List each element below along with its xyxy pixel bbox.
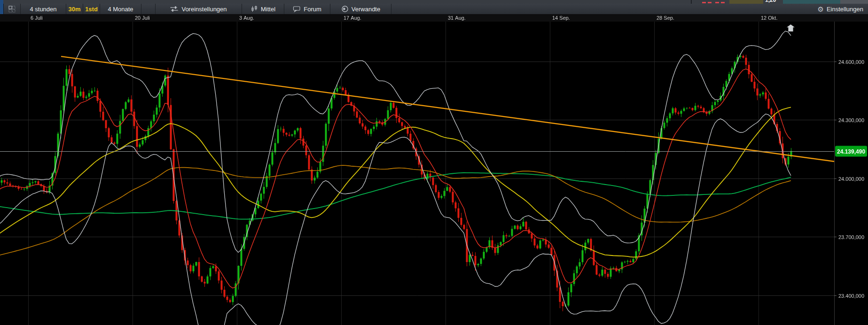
grid-icon [8,5,16,13]
red-quote-fragment [702,0,727,4]
price-chart-canvas[interactable] [0,14,868,325]
voreinstellungen-button[interactable]: Voreinstellungen [156,4,242,14]
forum-button[interactable]: Forum [284,4,330,14]
window-edge-strip [0,4,4,14]
timeframe-30m-label: 30m [68,6,80,13]
einstellungen-button[interactable]: ⚙ Einstellungen [799,4,868,14]
timeframe-1std-button[interactable]: 1std [83,4,100,14]
speech-bubble-icon [293,5,301,13]
einstellungen-label: Einstellungen [827,6,863,13]
voreinstellungen-label: Voreinstellungen [181,6,227,13]
range-4-monate-label: 4 Monate [108,6,133,13]
teal-cell [783,0,840,4]
olive-cell [729,0,763,4]
chart-window: 1,20 4 stunden 30m 1std 4 Monate [0,0,868,325]
sliver-end-cell [840,0,868,4]
sliver-divider [691,0,692,4]
toolbar-gap [141,4,156,14]
sliders-icon [170,5,179,13]
layout-grid-button[interactable] [4,4,21,14]
eye-icon [341,5,349,13]
candlestick-icon [250,5,258,13]
timeframe-4-stunden-button[interactable]: 4 stunden [21,4,66,14]
timeframe-1std-label: 1std [85,6,98,13]
chart-toolbar: 4 stunden 30m 1std 4 Monate Voreinstellu… [0,4,868,15]
left-accent-strip [0,0,3,4]
timeframe-30m-button[interactable]: 30m [66,4,83,14]
mittel-button[interactable]: Mittel [242,4,284,14]
verwandte-button[interactable]: Verwandte [330,4,391,14]
timeframe-4-stunden-label: 4 stunden [30,6,56,13]
quote-value: 1,20 [764,0,782,4]
forum-label: Forum [304,6,321,13]
mittel-label: Mittel [261,6,275,13]
range-4-monate-button[interactable]: 4 Monate [100,4,141,14]
toolbar-spacer [391,4,799,14]
gear-icon: ⚙ [817,6,823,13]
verwandte-label: Verwandte [352,6,380,13]
